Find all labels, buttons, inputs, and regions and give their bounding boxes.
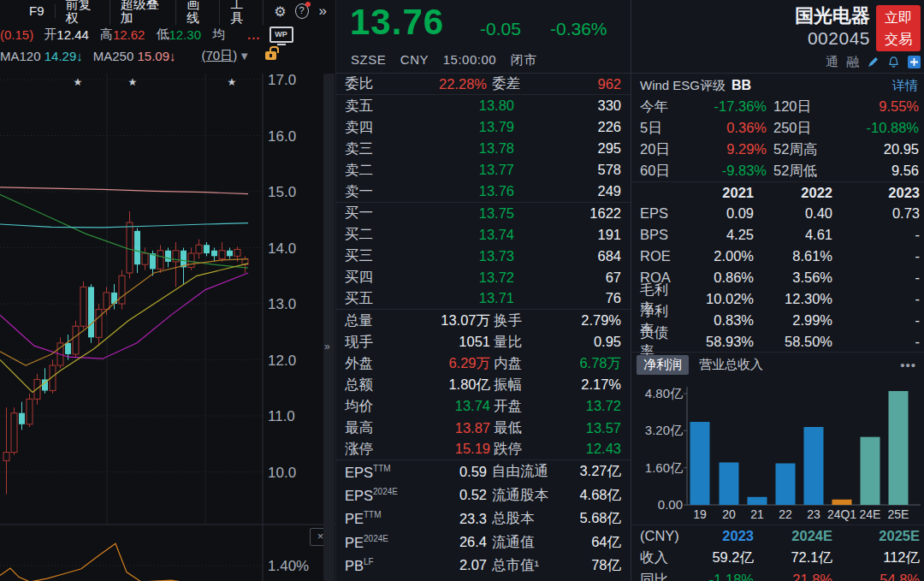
ask-row[interactable]: 卖二13.77578 (336, 159, 631, 181)
toolbar-item-5[interactable]: 工具 (230, 0, 264, 25)
bid-price: 13.73 (394, 248, 514, 264)
bid-price: 13.71 (394, 290, 514, 306)
event-star-marker[interactable]: ★ (228, 76, 237, 88)
stat-label: 开盘 (494, 397, 550, 416)
net-profit-bar-chart: 4.80亿3.20亿1.60亿0.00192021222324Q124E25E (631, 376, 924, 524)
financials-header-row: 202120222023 (631, 182, 924, 203)
change-value: (0.15) (0, 27, 33, 42)
high-label: 高 (100, 27, 113, 43)
candle-up (142, 253, 148, 264)
stat-value: 13.87 (394, 420, 490, 436)
valuation-label: PE2024E (336, 534, 432, 551)
tab-total-revenue[interactable]: 营业总收入 (699, 357, 763, 373)
financials-value: - (832, 334, 924, 350)
momentum-value: 9.55% (838, 98, 924, 115)
bid-volume: 76 (514, 290, 631, 306)
momentum-value: 0.36% (684, 120, 767, 136)
estimates-row: 同比-1.18%21.8%54.8% (631, 569, 924, 581)
financials-value: 8.61% (754, 248, 832, 264)
collapse-panel-handle[interactable]: » (323, 74, 335, 581)
ask-row[interactable]: 卖三13.78295 (336, 138, 631, 159)
candle-down (165, 251, 171, 262)
ask-row[interactable]: 卖五13.80330 (336, 95, 631, 116)
estimates-metric: 同比 (631, 571, 679, 581)
toolbar-expand-icon[interactable]: » (319, 3, 327, 20)
momentum-label: 250日 (773, 119, 838, 138)
ask-row[interactable]: 卖四13.79226 (336, 116, 631, 138)
wp-monitor-icon[interactable]: WP (270, 27, 293, 43)
bar-y-tick: 4.80亿 (645, 386, 683, 400)
stat-value: 2.17% (550, 376, 631, 393)
bar-y-tick: 0.00 (658, 497, 683, 512)
momentum-value: 9.29% (684, 141, 767, 157)
valuation-label: PETTM (336, 510, 432, 527)
market-status-line: SZSE CNY 15:00:00 闭市 (351, 52, 548, 68)
ma120-line (0, 223, 248, 228)
stat-label: 外盘 (336, 354, 394, 373)
bid-row[interactable]: 买四13.7267 (336, 267, 631, 288)
period-selector[interactable]: (70日)▼ (202, 48, 251, 64)
share-value: 5.68亿 (571, 509, 631, 528)
candle-up (119, 276, 125, 304)
bid-volume: 67 (514, 270, 631, 286)
bid-row[interactable]: 买五13.7176 (336, 288, 631, 310)
help-icon[interactable]: ? (295, 3, 309, 19)
candle-down (19, 413, 25, 424)
chevron-down-icon: ▼ (239, 50, 250, 62)
candle-up (234, 249, 240, 256)
gear-icon[interactable]: ⚙ (274, 3, 286, 20)
bid-label: 买四 (336, 268, 394, 287)
candle-down (150, 253, 156, 269)
stat-label: 总量 (336, 311, 394, 330)
trade-now-button[interactable]: 立即交易 (876, 5, 921, 51)
bid-volume: 1622 (514, 205, 631, 222)
more-indicator-dots[interactable]: ... (247, 27, 261, 42)
low-value: 12.30 (169, 27, 201, 42)
edit-pencil-icon[interactable] (867, 56, 880, 68)
toolbar-item-2[interactable]: 前复权 (66, 0, 110, 25)
kline-panel: F9前复权超级叠加画线工具⚙?» (0.15) 开12.44 高12.62 低1… (0, 0, 335, 581)
price-axis-tick: 10.0 (268, 465, 296, 481)
ma-info-row: MA120 14.29↓ MA250 15.09↓ (70日)▼ (0, 45, 335, 66)
performance-stats: 今年-17.36%120日9.55%5日0.36%250日-10.88%20日9… (631, 96, 924, 181)
event-star-marker[interactable]: ★ (74, 76, 83, 88)
ma250-value: 15.09↓ (137, 49, 175, 63)
ask-volume: 330 (514, 98, 631, 114)
bid-row[interactable]: 买一13.751622 (336, 203, 631, 224)
stat-label: 现手 (336, 333, 394, 352)
chart-more-menu[interactable]: ••• (763, 358, 924, 372)
candle-up (157, 251, 163, 270)
candlestick-chart[interactable]: 17.016.015.014.013.012.011.010.0★★★1.40% (0, 74, 335, 581)
weicha-value: 962 (545, 76, 631, 92)
estimates-header-row: (CNY)20232024E2025E (631, 525, 924, 548)
bid-row[interactable]: 买二13.74191 (336, 224, 631, 246)
valuation-value: 2.07 (432, 557, 487, 573)
price-axis-tick: 16.0 (268, 128, 296, 145)
alert-bell-icon[interactable] (887, 56, 900, 68)
valuation-label: EPS2024E (336, 487, 432, 504)
event-star-marker[interactable]: ★ (128, 76, 138, 88)
stat-row: 总额1.80亿振幅2.17% (336, 374, 631, 395)
exchange: SZSE (351, 52, 386, 67)
momentum-value: -10.88% (838, 120, 924, 136)
toolbar-item-3[interactable]: 超级叠加 (121, 0, 176, 25)
year-header: 2023 (832, 185, 924, 201)
stat-value: 0.95 (550, 334, 631, 350)
toolbar-item-1[interactable]: F9 (29, 4, 56, 18)
lock-icon[interactable] (265, 51, 276, 60)
low-label: 低 (156, 27, 169, 43)
ask-row[interactable]: 卖一13.76249 (336, 181, 631, 202)
stat-label: 内盘 (494, 354, 550, 373)
esg-detail-link[interactable]: 详情 (751, 78, 924, 94)
tab-net-profit[interactable]: 净利润 (637, 355, 689, 375)
bar-x-label: 19 (693, 507, 707, 521)
add-watchlist-icon[interactable] (908, 56, 921, 68)
esg-rating-row: Wind ESG评级 BB 详情 (631, 75, 924, 96)
toolbar-item-4[interactable]: 画线 (187, 0, 220, 25)
estimates-table: (CNY)20232024E2025E收入59.2亿72.1亿112亿同比-1.… (631, 525, 924, 581)
financials-value: - (832, 227, 924, 243)
bid-row[interactable]: 买三13.73684 (336, 246, 631, 267)
financials-value: 2.99% (754, 312, 832, 329)
profit-bar-19 (690, 422, 710, 505)
ask-price: 13.79 (394, 119, 514, 135)
